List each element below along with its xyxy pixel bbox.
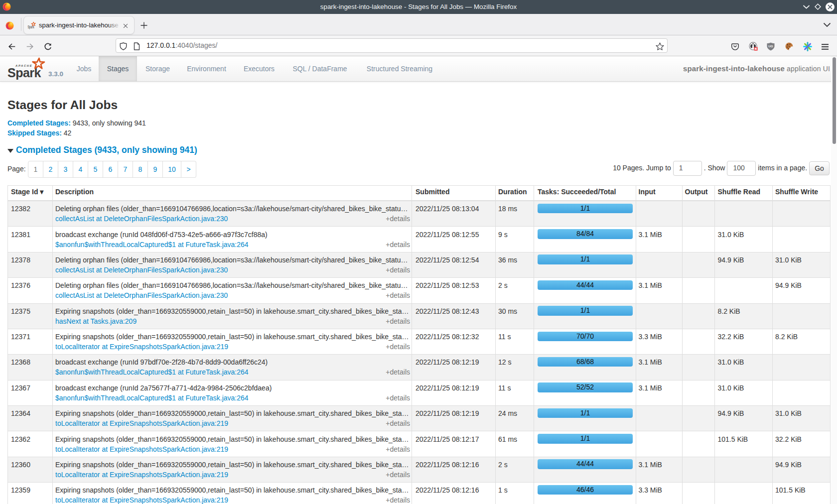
svg-text:UO: UO bbox=[768, 44, 773, 48]
